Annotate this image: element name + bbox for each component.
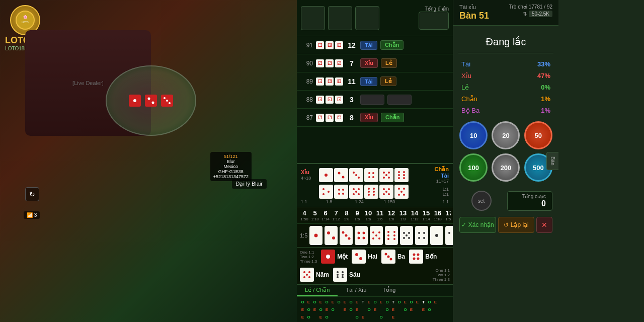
single-die-4[interactable] (355, 226, 368, 245)
repeat-icon: ↺ (504, 221, 509, 228)
single-die-8[interactable] (415, 226, 428, 245)
named-bet-nam[interactable]: Năm (300, 268, 329, 282)
named-bet-ba[interactable]: Ba (381, 250, 405, 264)
svg-point-91 (372, 237, 374, 239)
svg-point-38 (403, 177, 405, 179)
dice-combo-23[interactable] (349, 185, 363, 199)
svg-point-101 (403, 232, 405, 234)
dice-combo-22[interactable] (334, 185, 348, 199)
svg-point-55 (368, 188, 370, 190)
bet-le-89[interactable]: Lẻ (380, 76, 396, 86)
num-9[interactable]: 91:6 (352, 208, 362, 222)
num-13[interactable]: 131:8 (397, 208, 409, 222)
dice-combo-15[interactable] (379, 168, 393, 182)
lap-lai-button[interactable]: ↺ Lặp lại (498, 217, 535, 233)
side-tab-ban[interactable]: Bàn (546, 152, 558, 170)
tab-tong[interactable]: Tổng (374, 285, 404, 296)
bet-tai-91[interactable]: Tài (360, 41, 377, 50)
action-row: ✓ Xác nhận ↺ Lặp lại ✕ (453, 215, 558, 237)
dice-slot-2 (328, 6, 352, 30)
num-17[interactable]: 171:50 (444, 208, 451, 222)
svg-point-86 (363, 237, 365, 239)
svg-point-95 (393, 231, 395, 233)
svg-point-70 (400, 191, 403, 193)
xac-nhan-button[interactable]: ✓ Xác nhận (459, 217, 496, 233)
num-8[interactable]: 81:8 (342, 208, 352, 222)
xiu-label[interactable]: Xỉu (301, 169, 319, 176)
svg-point-77 (332, 236, 335, 239)
svg-point-57 (368, 191, 370, 193)
svg-point-139 (355, 253, 358, 256)
num-7[interactable]: 71:12 (331, 208, 341, 222)
named-bet-sau[interactable]: Sáu (333, 268, 360, 282)
dice-slot-3 (355, 6, 379, 30)
svg-point-80 (345, 234, 348, 237)
bet-le-90[interactable]: Lẻ (381, 58, 397, 68)
single-die-1[interactable] (309, 226, 323, 245)
num-4[interactable]: 41:50 (299, 208, 309, 222)
chip-10[interactable]: 10 (459, 121, 488, 149)
named-bet-mot[interactable]: Một (321, 250, 348, 264)
chip-100[interactable]: 100 (459, 153, 488, 182)
svg-point-6 (148, 98, 150, 100)
single-die-3[interactable] (340, 226, 353, 245)
bet-xiu-87[interactable]: Xỉu (360, 113, 378, 122)
svg-rect-82 (355, 229, 368, 242)
single-die-5[interactable] (370, 226, 383, 245)
bet-chan-87[interactable]: Chẵn (381, 113, 404, 122)
chip-set-button[interactable]: set (471, 191, 492, 211)
dice-combo-14[interactable] (364, 168, 378, 182)
svg-point-97 (393, 234, 395, 236)
chan-label-right: Chẵn (435, 166, 449, 173)
single-die-9[interactable] (430, 226, 443, 245)
svg-point-151 (303, 276, 305, 278)
svg-point-148 (303, 271, 305, 273)
svg-point-7 (152, 102, 154, 104)
num-5[interactable]: 51:18 (310, 208, 320, 222)
num-12[interactable]: 121:6 (386, 208, 397, 222)
single-die-7[interactable] (400, 226, 413, 245)
num-15[interactable]: 151:14 (421, 208, 432, 222)
named-bet-hai[interactable]: Hai (352, 250, 377, 264)
num-6[interactable]: 61:14 (320, 208, 331, 222)
bet-tai-89[interactable]: Tài (360, 77, 377, 86)
svg-point-37 (398, 177, 400, 179)
svg-point-154 (342, 271, 344, 273)
chip-20[interactable]: 20 (492, 121, 520, 149)
close-button[interactable]: ✕ (536, 217, 552, 233)
dice-combo-24[interactable] (364, 185, 378, 199)
bet-xiu-90[interactable]: Xỉu (360, 58, 378, 68)
single-die-2[interactable] (325, 226, 338, 245)
num-14[interactable]: 141:12 (409, 208, 420, 222)
dice-combo-16[interactable] (394, 168, 409, 182)
table-row: 90 ⚁ ⚁ ⚂ 7 Xỉu Lẻ (297, 54, 453, 72)
dice-combo-13[interactable] (349, 168, 363, 182)
chip-200[interactable]: 200 (492, 153, 520, 182)
svg-point-92 (378, 237, 380, 239)
tab-le-chan[interactable]: Lẻ / Chẵn (297, 285, 338, 296)
dice-combo-11[interactable] (319, 168, 333, 182)
svg-point-56 (373, 188, 375, 190)
dice-combo-21[interactable] (319, 185, 333, 199)
chip-50[interactable]: 50 (524, 121, 552, 149)
dice-combo-12[interactable] (334, 168, 348, 182)
named-bet-bon[interactable]: Bốn (409, 250, 437, 264)
refresh-button[interactable]: ↻ (25, 187, 39, 201)
bet-chan-91[interactable]: Chẵn (380, 40, 404, 50)
num-11[interactable]: 111:6 (374, 208, 385, 222)
svg-rect-43 (336, 186, 347, 197)
tab-tai-xiu[interactable]: Tài / Xỉu (338, 285, 374, 296)
num-10[interactable]: 101:6 (363, 208, 374, 222)
svg-point-10 (166, 100, 168, 102)
svg-text:LOTO: LOTO (22, 21, 29, 24)
svg-point-27 (383, 172, 385, 174)
svg-point-153 (337, 271, 339, 273)
single-die-6[interactable] (385, 226, 398, 245)
svg-point-71 (398, 194, 400, 196)
num-16[interactable]: 161:18 (432, 208, 443, 222)
svg-point-65 (383, 193, 385, 195)
dice-combo-25[interactable] (379, 185, 393, 199)
dice-combo-26[interactable] (394, 185, 409, 199)
total-box (419, 12, 449, 30)
svg-point-4 (133, 99, 136, 102)
